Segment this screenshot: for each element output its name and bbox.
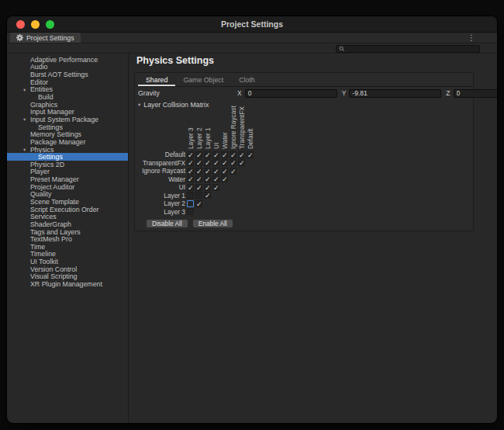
sidebar-item-memory-settings[interactable]: Memory Settings [7,130,128,138]
matrix-checkbox[interactable]: ✓ [221,151,228,158]
gravity-axes: XYZ [237,89,498,98]
matrix-checkbox[interactable]: ✓ [221,168,228,175]
matrix-col-water: Water [221,132,229,149]
search-input[interactable] [347,45,477,52]
dock-tab-strip: Project Settings ⋮ [7,33,497,43]
matrix-row-layer-2: Layer 2✓ [140,199,470,208]
foldout-open-icon[interactable]: ▾ [23,146,26,154]
matrix-checkbox[interactable] [187,192,194,199]
sidebar-item-settings[interactable]: Settings [7,123,128,131]
sidebar-item-textmesh-pro[interactable]: TextMesh Pro [7,235,128,243]
sidebar-list: Adaptive PerformanceAudioBurst AOT Setti… [7,56,128,288]
matrix-checkbox[interactable]: ✓ [230,151,236,158]
matrix-checkbox[interactable]: ✓ [195,175,202,182]
sidebar-item-version-control[interactable]: Version Control [7,265,128,273]
sidebar-item-services[interactable]: Services [7,213,128,220]
sidebar-item-visual-scripting[interactable]: Visual Scripting [7,273,128,281]
gravity-x-input[interactable] [245,89,337,98]
matrix-checkbox[interactable]: ✓ [187,175,194,182]
matrix-checkbox[interactable]: ✓ [204,151,211,158]
matrix-row-label: Water [140,175,185,183]
matrix-checkbox[interactable]: ✓ [212,184,219,191]
sidebar-item-project-auditor[interactable]: Project Auditor [7,183,128,191]
foldout-open-icon: ▾ [138,102,140,108]
tab-shared[interactable]: Shared [138,73,175,86]
matrix-checkbox[interactable]: ✓ [230,159,236,166]
matrix-checkbox[interactable]: ✓ [195,159,202,166]
disable-all-button[interactable]: Disable All [146,219,188,228]
dock-tab-project-settings[interactable]: Project Settings [10,33,81,43]
tab-cloth[interactable]: Cloth [231,73,263,86]
matrix-checkbox[interactable]: ✓ [187,151,194,158]
matrix-checkbox[interactable]: ✓ [195,200,202,207]
axis-label: Y [342,89,347,97]
tab-game-object[interactable]: Game Object [175,73,231,86]
search-field[interactable] [336,45,480,53]
matrix-checkbox[interactable]: ✓ [247,151,254,158]
matrix-checkbox[interactable]: ✓ [238,159,245,166]
sidebar-item-preset-manager[interactable]: Preset Manager [7,175,128,183]
matrix-checkbox[interactable]: ✓ [204,175,211,182]
settings-tabs: SharedGame ObjectCloth [135,73,473,87]
sidebar-item-graphics[interactable]: Graphics [7,101,128,109]
matrix-checkbox[interactable]: ✓ [212,175,219,182]
matrix-checkbox[interactable] [187,208,194,215]
sidebar-item-build[interactable]: Build [7,93,128,101]
matrix-checkbox[interactable]: ✓ [195,151,202,158]
matrix-checkbox[interactable]: ✓ [204,184,211,191]
sidebar-item-input-manager[interactable]: Input Manager [7,108,128,116]
sidebar-item-physics[interactable]: ▾Physics [7,146,128,154]
sidebar-item-ui-toolkit[interactable]: UI Toolkit [7,258,128,265]
matrix-checkbox[interactable]: ✓ [195,184,202,191]
matrix-checkbox[interactable] [187,200,194,207]
matrix-checkbox[interactable]: ✓ [187,168,194,175]
sidebar-item-timeline[interactable]: Timeline [7,251,128,258]
enable-all-button[interactable]: Enable All [192,219,233,228]
sidebar-item-shadergraph[interactable]: ShaderGraph [7,220,128,228]
matrix-checkbox[interactable]: ✓ [230,168,236,175]
matrix-checkbox[interactable]: ✓ [238,151,245,158]
matrix-checkbox[interactable]: ✓ [212,159,219,166]
matrix-checkbox[interactable] [195,192,202,199]
kebab-menu-icon[interactable]: ⋮ [468,33,475,43]
gravity-y-input[interactable] [349,89,441,98]
matrix-checkbox[interactable]: ✓ [204,192,211,199]
matrix-checkbox[interactable]: ✓ [195,168,202,175]
matrix-checkbox[interactable]: ✓ [221,175,228,182]
sidebar-item-quality[interactable]: Quality [7,191,128,199]
matrix-checkbox[interactable]: ✓ [204,168,211,175]
matrix-checkbox[interactable]: ✓ [187,184,194,191]
sidebar-item-input-system-package[interactable]: ▾Input System Package [7,116,128,123]
sidebar-item-physics-2d[interactable]: Physics 2D [7,161,128,168]
matrix-checkbox[interactable]: ✓ [212,151,219,158]
matrix-checkbox[interactable]: ✓ [204,159,211,166]
matrix-checkbox[interactable]: ✓ [212,168,219,175]
zoom-button[interactable] [46,20,54,29]
matrix-checkbox[interactable]: ✓ [187,159,194,166]
foldout-open-icon[interactable]: ▾ [23,86,26,94]
close-button[interactable] [16,20,25,29]
matrix-checkbox[interactable]: ✓ [221,159,228,166]
sidebar-item-xr-plugin-management[interactable]: XR Plugin Management [7,280,128,288]
sidebar-item-time[interactable]: Time [7,243,128,251]
sidebar-item-player[interactable]: Player [7,168,128,176]
sidebar-item-tags-and-layers[interactable]: Tags and Layers [7,228,128,236]
minimize-button[interactable] [31,20,40,29]
sidebar-item-adaptive-performance[interactable]: Adaptive Performance [7,56,128,64]
sidebar-item-label: Visual Scripting [30,272,77,280]
foldout-open-icon[interactable]: ▾ [23,116,26,123]
gravity-z-input[interactable] [454,89,498,98]
main-panel: Physics Settings SharedGame ObjectCloth … [129,54,497,423]
sidebar-item-settings[interactable]: Settings [7,153,128,161]
sidebar-item-label: Time [30,243,45,251]
sidebar-item-audio[interactable]: Audio [7,64,128,71]
sidebar-item-package-manager[interactable]: Package Manager [7,138,128,146]
sidebar-item-entities[interactable]: ▾Entities [7,86,128,94]
layer-collision-matrix-foldout[interactable]: ▾ Layer Collision Matrix [138,101,209,109]
sidebar-item-burst-aot-settings[interactable]: Burst AOT Settings [7,71,128,78]
sidebar-item-script-execution-order[interactable]: Script Execution Order [7,206,128,213]
sidebar-item-scene-template[interactable]: Scene Template [7,198,128,206]
matrix-row-label: Layer 2 [140,199,185,207]
layer-collision-matrix-label: Layer Collision Matrix [143,101,209,109]
sidebar-item-editor[interactable]: Editor [7,78,128,86]
